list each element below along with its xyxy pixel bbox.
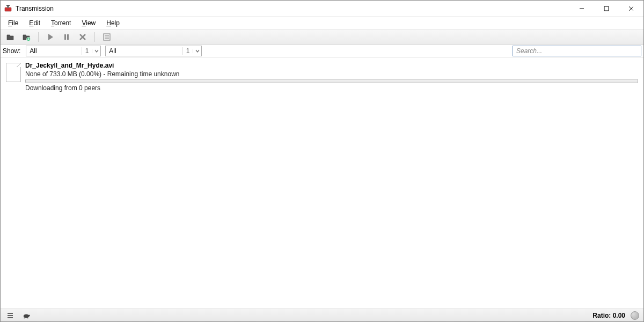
filter-label: Show: <box>3 47 21 55</box>
toolbar-separator <box>38 32 39 42</box>
svg-rect-8 <box>64 34 66 40</box>
torrent-progress-bar <box>25 79 638 83</box>
network-status-icon[interactable] <box>631 311 639 320</box>
titlebar: Transmission <box>1 1 643 17</box>
chevron-down-icon <box>193 49 201 53</box>
toolbar <box>1 30 643 45</box>
file-icon <box>6 63 21 82</box>
filterbar: Show: All 1 All 1 <box>1 45 643 57</box>
toolbar-separator <box>94 32 95 42</box>
svg-point-19 <box>24 314 30 318</box>
filter-tracker-count: 1 <box>182 47 193 55</box>
open-url-button[interactable] <box>20 31 33 43</box>
svg-rect-9 <box>67 34 69 40</box>
torrent-row[interactable]: Dr_Jeckyll_and_Mr_Hyde.avi None of 733.0… <box>4 60 640 94</box>
filter-status-combo[interactable]: All 1 <box>26 46 101 56</box>
window-title: Transmission <box>16 5 54 12</box>
minimize-button[interactable] <box>569 1 594 17</box>
svg-rect-4 <box>604 6 609 11</box>
torrent-name: Dr_Jeckyll_and_Mr_Hyde.avi <box>25 62 638 69</box>
torrent-list: Dr_Jeckyll_and_Mr_Hyde.avi None of 733.0… <box>1 57 643 309</box>
torrent-peers: Downloading from 0 peers <box>25 84 638 92</box>
svg-rect-21 <box>24 317 25 318</box>
filter-tracker-combo[interactable]: All 1 <box>105 46 202 56</box>
svg-point-20 <box>28 314 30 316</box>
filter-status-value: All <box>26 47 81 55</box>
menu-view[interactable]: View <box>77 18 100 28</box>
torrent-status: None of 733.0 MB (0.00%) - Remaining tim… <box>25 70 638 78</box>
transmission-icon <box>4 4 12 13</box>
svg-rect-22 <box>27 317 28 318</box>
pause-button[interactable] <box>60 31 73 43</box>
properties-button[interactable] <box>100 31 113 43</box>
open-file-button[interactable] <box>4 31 17 43</box>
turtle-mode-button[interactable] <box>21 311 32 320</box>
menu-torrent[interactable]: Torrent <box>47 18 75 28</box>
close-button[interactable] <box>619 1 643 17</box>
statusbar: Ratio: 0.00 <box>1 309 643 321</box>
svg-rect-0 <box>5 8 11 11</box>
options-button[interactable] <box>5 311 16 320</box>
maximize-button[interactable] <box>594 1 619 17</box>
remove-button[interactable] <box>76 31 89 43</box>
menubar: File Edit Torrent View Help <box>1 17 643 30</box>
svg-rect-2 <box>6 5 10 6</box>
filter-status-count: 1 <box>82 47 92 55</box>
ratio-label: Ratio: 0.00 <box>592 312 625 319</box>
start-button[interactable] <box>44 31 57 43</box>
search-input[interactable] <box>513 46 641 56</box>
filter-tracker-value: All <box>106 47 182 55</box>
menu-edit[interactable]: Edit <box>25 18 45 28</box>
chevron-down-icon <box>92 49 100 53</box>
menu-help[interactable]: Help <box>102 18 124 28</box>
menu-file[interactable]: File <box>4 18 23 28</box>
